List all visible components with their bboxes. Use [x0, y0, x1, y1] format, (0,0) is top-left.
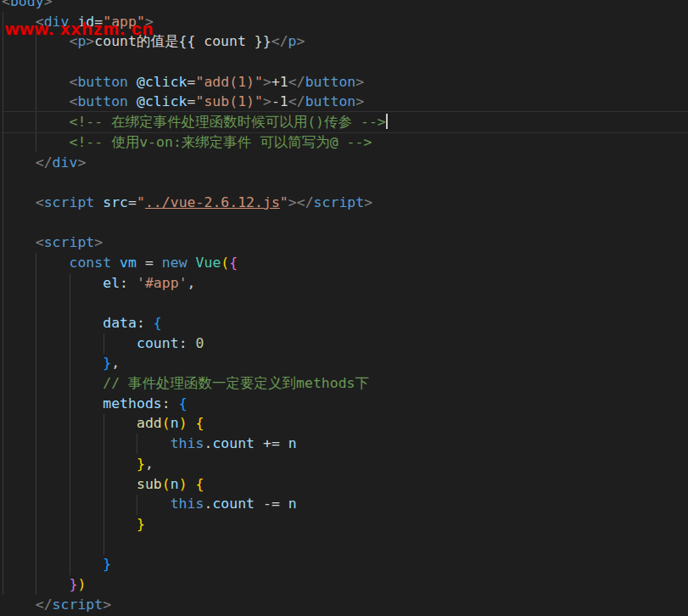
code-token: } [103, 556, 111, 572]
code-token: script [314, 194, 365, 210]
code-token: button [77, 93, 128, 109]
text-cursor [386, 114, 388, 129]
code-token: = [187, 93, 196, 109]
code-line[interactable]: <button @click="add(1)">+1</button> [2, 72, 688, 92]
code-token: { [196, 476, 204, 492]
code-line[interactable]: </div> [2, 153, 688, 173]
code-line[interactable]: <body> [2, 0, 688, 12]
code-token: div [53, 154, 78, 171]
code-line[interactable] [2, 213, 688, 233]
code-line[interactable] [2, 293, 688, 313]
code-token [94, 194, 103, 210]
code-line[interactable]: methods: { [2, 394, 688, 414]
code-token: count [212, 435, 255, 451]
code-token: "add(1)" [196, 74, 263, 90]
code-token: , [145, 456, 154, 472]
code-token: -1 [271, 93, 288, 109]
code-line[interactable]: <script> [2, 232, 688, 253]
code-token [187, 255, 196, 271]
code-token: n [288, 435, 297, 451]
code-token: : [137, 315, 145, 331]
code-token: { [179, 395, 187, 412]
code-token: . [204, 496, 212, 512]
code-line[interactable]: sub(n) { [2, 474, 688, 495]
code-line[interactable]: this.count -= n [2, 494, 688, 514]
watermark: www. xxhzm. cn [5, 19, 154, 39]
code-line[interactable]: // 事件处理函数一定要定义到methods下 [2, 373, 688, 394]
code-line[interactable]: <button @click="sub(1)">-1</button> [2, 92, 688, 112]
code-token: button [305, 93, 356, 109]
code-token [2, 456, 137, 472]
code-token: <!-- 在绑定事件处理函数时候可以用()传参 --> [69, 114, 385, 130]
code-token: > [103, 596, 111, 613]
code-line[interactable]: this.count += n [2, 434, 688, 454]
code-token: += [263, 435, 280, 451]
code-token [255, 496, 263, 512]
code-token: vm [120, 255, 137, 271]
code-token: , [187, 275, 196, 291]
code-token: { [154, 315, 162, 331]
code-token: "sub(1)" [196, 93, 263, 109]
code-token: " [137, 194, 145, 210]
code-token [111, 255, 120, 271]
code-token: n [171, 415, 179, 431]
code-token: </ [271, 33, 288, 49]
code-token: </ [297, 194, 314, 210]
code-token: src [103, 194, 128, 210]
code-token: = [187, 74, 196, 90]
code-token: ../vue-2.6.12.js [145, 194, 280, 210]
code-token: ) [179, 476, 187, 492]
code-token: { [229, 255, 238, 271]
code-token [128, 275, 137, 291]
code-token: </ [2, 596, 53, 613]
code-line[interactable]: add(n) { [2, 413, 688, 434]
code-token: . [204, 435, 212, 451]
code-token [145, 315, 154, 331]
code-token [2, 315, 103, 331]
code-token [2, 114, 69, 130]
code-token: </ [2, 154, 53, 171]
code-line[interactable]: el: '#app', [2, 273, 688, 294]
code-token: count [137, 335, 179, 351]
code-token: > [355, 74, 364, 90]
code-line[interactable] [2, 172, 688, 193]
code-token: = [128, 194, 137, 210]
code-line[interactable] [2, 52, 688, 72]
code-line[interactable] [2, 535, 688, 555]
code-token: ( [162, 415, 171, 431]
code-token: count [212, 496, 255, 512]
code-line[interactable]: }, [2, 454, 688, 474]
code-line[interactable]: </script> [2, 595, 688, 615]
code-line[interactable]: <!-- 在绑定事件处理函数时候可以用()传参 --> [2, 112, 688, 132]
code-token: +1 [271, 74, 288, 90]
code-token: '#app' [137, 275, 187, 291]
code-line[interactable]: count: 0 [2, 333, 688, 354]
code-token [280, 435, 288, 451]
code-line[interactable]: <!-- 使用v-on:来绑定事件 可以简写为@ --> [2, 132, 688, 153]
code-token: , [111, 355, 120, 371]
code-token: @click [137, 74, 187, 90]
code-token: < [2, 194, 44, 210]
code-token: methods [103, 395, 162, 412]
code-line[interactable]: const vm = new Vue({ [2, 253, 688, 273]
code-line[interactable]: } [2, 554, 688, 574]
code-token: > [44, 0, 53, 9]
code-token: ) [77, 576, 86, 592]
code-line[interactable]: }, [2, 353, 688, 373]
code-line[interactable]: } [2, 514, 688, 535]
code-token: : [120, 275, 128, 291]
code-token: const [69, 255, 111, 271]
code-line[interactable]: <script src="../vue-2.6.12.js"></script> [2, 193, 688, 213]
code-editor[interactable]: <body> <div id="app"> <p>count的值是{{ coun… [2, 0, 688, 614]
code-token: script [44, 194, 95, 210]
code-token [2, 335, 137, 351]
code-token: > [263, 93, 271, 109]
code-line[interactable]: data: { [2, 313, 688, 333]
code-token: > [355, 93, 364, 109]
code-token: <!-- 使用v-on:来绑定事件 可以简写为@ --> [69, 134, 372, 150]
code-line[interactable]: }) [2, 574, 688, 595]
code-token [2, 556, 103, 572]
code-token [187, 476, 196, 492]
code-token: } [137, 516, 145, 532]
code-token: new [162, 255, 187, 271]
